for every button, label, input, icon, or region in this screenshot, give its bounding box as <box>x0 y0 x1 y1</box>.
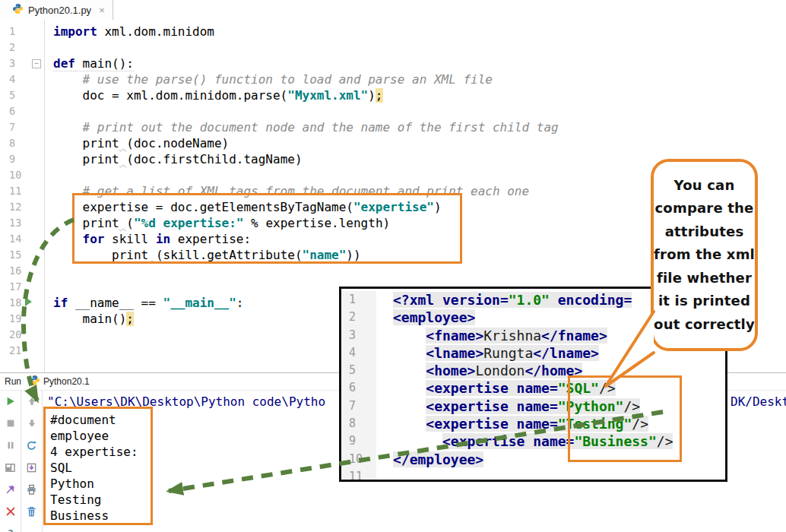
line-number[interactable]: 3− <box>0 55 44 71</box>
line-number[interactable]: 11 <box>0 183 44 199</box>
python-file-icon <box>12 3 24 17</box>
stop-button[interactable] <box>4 418 17 432</box>
fold-icon[interactable]: − <box>32 59 41 68</box>
line-number[interactable]: 14 <box>0 231 44 247</box>
xml-line-number: 4 <box>341 344 376 362</box>
line-number[interactable]: 16 <box>0 263 44 279</box>
run-button[interactable] <box>4 396 17 410</box>
run-icon <box>5 396 16 410</box>
xml-line-number: 11 <box>341 468 376 482</box>
code-text: for skill in expertise: <box>44 231 251 247</box>
callout-text-line: You can <box>654 174 755 198</box>
line-number[interactable]: 10 <box>0 167 44 183</box>
code-text: expertise = doc.getElementsByTagName("ex… <box>44 199 442 215</box>
xml-line-number: 8 <box>341 415 376 432</box>
code-line[interactable]: 5 doc = xml.dom.minidom.parse("Myxml.xml… <box>0 87 786 103</box>
line-number[interactable]: 20 <box>0 327 44 343</box>
code-text <box>44 279 53 295</box>
console-path-text: "C:\Users\DK\Desktop\Python code\Pytho <box>47 394 325 410</box>
console-output-line: Business <box>50 508 138 524</box>
code-line[interactable]: 3−def main(): <box>0 55 786 71</box>
layout-button[interactable] <box>4 462 17 476</box>
code-line[interactable]: 1import xml.dom.minidom <box>0 24 786 40</box>
xml-line: 6 <expertise name="SQL"/> <box>341 379 725 397</box>
console-output-line: SQL <box>50 460 138 476</box>
code-text <box>44 40 53 55</box>
line-number[interactable]: 15 <box>0 247 44 263</box>
gutter-divider <box>44 20 45 372</box>
console-output-line: Testing <box>50 492 138 508</box>
trash-button[interactable] <box>25 506 39 520</box>
down-button[interactable] <box>25 418 39 432</box>
pin-icon <box>5 484 16 498</box>
up-button[interactable] <box>25 396 39 410</box>
code-text <box>44 103 53 119</box>
xml-line: 8 <expertise name="Testing"/> <box>341 415 725 432</box>
code-text <box>44 167 53 183</box>
code-line[interactable]: 2 <box>0 40 786 55</box>
tab-label: Python20.1.py <box>28 5 91 16</box>
rerun-button[interactable] <box>25 440 39 454</box>
callout-text-line: attributes <box>654 220 755 244</box>
line-number[interactable]: 9 <box>0 151 44 167</box>
line-number[interactable]: 1 <box>0 24 44 40</box>
line-number[interactable]: 8 <box>0 135 44 151</box>
pause-button[interactable] <box>4 440 17 454</box>
code-text: # print out the document node and the na… <box>44 119 559 135</box>
console-output-line: #document <box>50 412 138 428</box>
xml-line: 7 <expertise name="Python"/> <box>341 397 725 415</box>
line-number[interactable]: 13 <box>0 215 44 231</box>
xml-text: <expertise name="Python"/> <box>376 397 640 415</box>
line-number[interactable]: 17 <box>0 279 44 295</box>
callout-text-line: from the xml <box>654 243 755 267</box>
code-text: # use the parse() function to load and p… <box>44 71 493 87</box>
trash-icon <box>26 506 37 521</box>
line-number[interactable]: 7 <box>0 119 44 135</box>
code-line[interactable]: 7 # print out the document node and the … <box>0 119 786 135</box>
tab-python-file[interactable]: Python20.1.py × <box>0 0 113 20</box>
run-tab[interactable]: Python20.1 <box>29 375 90 388</box>
code-text: print (doc.nodeName) <box>44 135 229 151</box>
code-text <box>44 343 53 359</box>
code-line[interactable]: 4 # use the parse() function to load and… <box>0 71 786 87</box>
line-number[interactable]: 21 <box>0 343 44 359</box>
code-text: if __name__ == "__main__": <box>44 295 243 311</box>
run-toolbar-inner <box>21 390 43 532</box>
help-icon: ? <box>5 528 16 532</box>
code-line[interactable]: 6 <box>0 103 786 119</box>
python-file-icon <box>29 375 40 388</box>
line-number[interactable]: 19 <box>0 311 44 327</box>
xml-line: 10</employee> <box>341 451 725 468</box>
line-number[interactable]: 5 <box>0 87 44 103</box>
pin-button[interactable] <box>4 484 17 498</box>
callout-text-line: it is printed <box>654 290 755 313</box>
tab-close-icon[interactable]: × <box>99 5 105 16</box>
code-line[interactable]: 8 print (doc.nodeName) <box>0 135 786 151</box>
xml-line-number: 10 <box>341 451 376 468</box>
line-number[interactable]: 12 <box>0 199 44 215</box>
console-output-line: Python <box>50 476 138 492</box>
callout-text-line: compare the <box>654 197 755 220</box>
pause-icon <box>5 440 16 454</box>
code-text: import xml.dom.minidom <box>44 24 214 40</box>
xml-text: <fname>Krishna</fname> <box>376 327 607 344</box>
close-button[interactable] <box>4 506 17 520</box>
help-button[interactable]: ? <box>4 528 17 532</box>
xml-text <box>376 468 393 482</box>
code-text: main(); <box>44 311 134 327</box>
layout-icon <box>5 462 16 477</box>
close-icon <box>5 506 16 520</box>
xml-text: <expertise name="Testing"/> <box>376 415 648 432</box>
line-number[interactable]: 2 <box>0 40 44 55</box>
printer-button[interactable] <box>25 484 39 498</box>
export-button[interactable] <box>25 462 39 476</box>
rerun-icon <box>26 440 37 454</box>
line-number[interactable]: 4 <box>0 71 44 87</box>
console-output[interactable]: #documentemployee4 expertise:SQLPythonTe… <box>50 412 138 524</box>
xml-line-number: 5 <box>341 362 376 379</box>
run-line-icon[interactable] <box>25 297 32 306</box>
line-number[interactable]: 18 <box>0 295 44 311</box>
xml-text: <lname>Rungta</lname> <box>376 344 599 362</box>
xml-line-number: 6 <box>341 379 376 397</box>
line-number[interactable]: 6 <box>0 103 44 119</box>
